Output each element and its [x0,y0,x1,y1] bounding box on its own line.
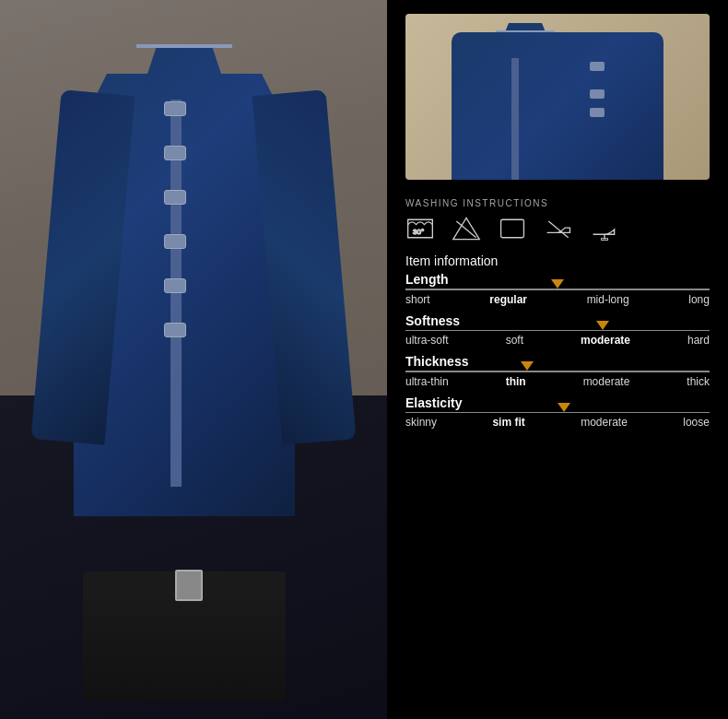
iron-icon [590,216,619,244]
softness-val-hard: hard [687,334,710,347]
washing-title: WASHING INSTRUCTIONS [405,198,710,208]
wash-30-icon: 30° [405,216,435,244]
elasticity-val-loose: loose [683,416,710,429]
length-val-regular: regular [489,293,527,306]
thickness-val-thick: thick [687,375,710,388]
right-panel: WASHING INSTRUCTIONS 30° [387,0,728,719]
elasticity-val-simfit: sim fit [492,416,524,429]
elasticity-values: skinny sim fit moderate loose [405,416,710,429]
thickness-val-ultrathin: ultra-thin [405,375,449,388]
main-layout: WASHING INSTRUCTIONS 30° [0,0,728,719]
washing-instructions: WASHING INSTRUCTIONS 30° [405,198,710,244]
tumble-dry-icon [498,216,527,244]
svg-line-4 [548,221,568,238]
elasticity-val-moderate: moderate [581,416,628,429]
thickness-scale [405,371,710,372]
no-bleach-icon [452,216,481,244]
thickness-val-thin: thin [506,375,526,388]
length-attribute: Length short regular mid-long long [405,272,710,306]
length-val-short: short [405,293,430,306]
thumbnail-image [405,14,710,180]
softness-val-ultrasoft: ultra-soft [405,334,449,347]
length-scale [405,289,710,290]
elasticity-val-skinny: skinny [405,416,437,429]
no-iron-icon [544,216,573,244]
thickness-values: ultra-thin thin moderate thick [405,375,710,388]
thickness-val-moderate: moderate [583,375,630,388]
softness-attribute: Softness ultra-soft soft moderate hard [405,313,710,348]
svg-text:30°: 30° [413,228,424,236]
thickness-attribute: Thickness ultra-thin thin moderate thick [405,354,710,388]
length-val-long: long [688,293,710,306]
length-val-midlong: mid-long [587,293,629,306]
washing-icons-row: 30° [405,216,710,244]
thickness-label: Thickness [405,354,710,369]
item-information: Item information Length short regular mi… [405,253,710,705]
svg-rect-3 [501,219,524,238]
elasticity-attribute: Elasticity skinny sim fit moderate loose [405,395,710,430]
main-product-image [0,0,387,719]
item-info-heading: Item information [405,253,710,268]
elasticity-scale [405,412,710,414]
softness-label: Softness [405,313,710,328]
length-values: short regular mid-long long [405,293,710,306]
softness-val-moderate: moderate [581,334,630,347]
softness-scale [405,330,710,332]
softness-values: ultra-soft soft moderate hard [405,334,710,347]
softness-val-soft: soft [506,334,523,347]
